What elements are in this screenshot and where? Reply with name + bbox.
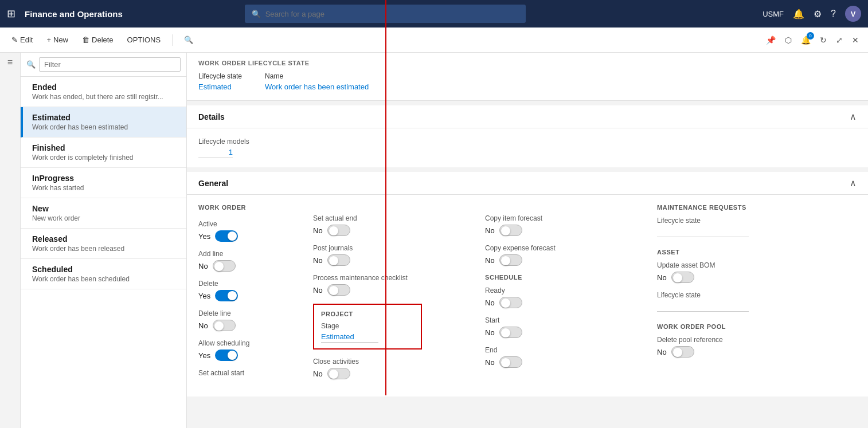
general-collapse-btn[interactable]: ∧ [850,178,857,189]
copy-item-toggle[interactable] [499,225,522,236]
maintenance-requests-section: MAINTENANCE REQUESTS Lifecycle state [657,204,843,237]
sidebar-item-desc-new: New work order [32,214,178,222]
lifecycle-state-label: Lifecycle state [198,72,242,80]
work-order-pool-header: WORK ORDER POOL [657,323,843,330]
refresh-icon[interactable]: ↻ [818,33,829,47]
active-field: Active Yes [198,220,299,242]
end-field: End No [485,346,643,368]
expand-icon[interactable]: ⤢ [834,33,845,47]
update-asset-bom-field: Update asset BOM No [657,261,843,283]
details-collapse-btn[interactable]: ∧ [850,111,857,122]
maintenance-requests-header: MAINTENANCE REQUESTS [657,204,843,211]
top-nav: ⊞ Finance and Operations 🔍 USMF 🔔 ⚙ ? V [0,0,868,28]
general-section: General ∧ WORK ORDER Active Yes [187,172,868,396]
ready-toggle[interactable] [499,297,522,308]
grid-icon[interactable]: ⊞ [7,7,15,20]
delete-pool-field: Delete pool reference No [657,336,843,358]
sidebar-item-desc-released: Work order has been released [32,245,178,253]
toolbar-right: 📌 ⬡ 🔔0 ↻ ⤢ ✕ [764,33,861,47]
set-actual-end-toggle[interactable] [327,225,350,236]
work-order-col: WORK ORDER Active Yes Add line No [198,204,313,387]
copy-expense-forecast-field: Copy expense forecast No [485,244,643,266]
app-title: Finance and Operations [25,9,123,19]
sidebar-item-desc-ended: Work has ended, but there are still regi… [32,93,178,101]
name-value: Work order has been estimated [265,83,369,91]
process-maintenance-value: No [313,286,323,295]
post-journals-toggle[interactable] [327,254,350,266]
add-line-value: No [198,262,208,270]
lifecycle-models-label: Lifecycle models [198,138,857,146]
add-line-field: Add line No [198,250,299,272]
add-line-toggle[interactable] [213,260,236,272]
plus-icon: + [46,36,51,44]
main-layout: ≡ 🔍 Ended Work has ended, but there are … [0,53,868,428]
start-toggle[interactable] [499,327,522,338]
sidebar-item-inprogress[interactable]: InProgress Work has started [21,168,186,198]
close-activities-field: Close activities No [313,358,471,379]
toolbar-separator [172,34,173,46]
right-col: MAINTENANCE REQUESTS Lifecycle state ASS… [657,204,857,387]
schedule-col: Copy item forecast No Copy expense forec… [485,204,657,387]
close-activities-toggle[interactable] [327,368,350,379]
delete-pool-toggle[interactable] [671,346,694,358]
asset-lifecycle-label: Lifecycle state [657,291,843,299]
stage-label: Stage [321,322,414,330]
filter-search-button[interactable]: 🔍 [179,33,198,46]
sidebar-item-title-released: Released [32,234,178,244]
end-toggle[interactable] [499,356,522,368]
options-button[interactable]: OPTIONS [123,33,166,46]
sidebar-filter-input[interactable] [39,57,181,72]
office-icon[interactable]: ⬡ [783,33,794,47]
set-actual-end-value: No [313,226,323,235]
middle-col: Set actual end No Post journals No [313,204,485,387]
asset-header: ASSET [657,249,843,256]
delete-line-toggle[interactable] [213,320,236,331]
edit-icon: ✎ [11,36,18,44]
filter-col: ≡ [0,53,21,428]
process-maintenance-field: Process maintenance checklist No [313,274,471,296]
update-asset-bom-toggle[interactable] [671,272,694,283]
pin-icon[interactable]: 📌 [764,33,778,47]
sidebar-item-desc-inprogress: Work has started [32,184,178,192]
maint-lifecycle-field: Lifecycle state [657,217,843,237]
notifications-badge[interactable]: 🔔0 [799,33,813,47]
content-area: WORK ORDER LIFECYCLE STATE Lifecycle sta… [187,53,868,428]
sidebar-item-scheduled[interactable]: Scheduled Work order has been scheduled [21,259,186,289]
active-toggle[interactable] [215,230,238,242]
settings-icon[interactable]: ⚙ [814,9,822,19]
notification-icon[interactable]: 🔔 [793,9,804,19]
sidebar-item-title-scheduled: Scheduled [32,265,178,274]
sidebar-item-new[interactable]: New New work order [21,198,186,229]
sidebar-item-released[interactable]: Released Work order has been released [21,229,186,259]
sidebar-item-finished[interactable]: Finished Work order is completely finish… [21,138,186,168]
delete-line-field: Delete line No [198,309,299,331]
allow-scheduling-toggle[interactable] [215,350,238,361]
sidebar-item-title-inprogress: InProgress [32,174,178,183]
sidebar-item-estimated[interactable]: Estimated Work order has been estimated [21,107,186,138]
avatar[interactable]: V [845,6,861,22]
copy-expense-toggle[interactable] [499,254,522,266]
search-input[interactable] [265,10,519,18]
help-icon[interactable]: ? [831,9,836,19]
process-maintenance-toggle[interactable] [327,284,350,296]
general-grid: WORK ORDER Active Yes Add line No [187,195,868,396]
post-journals-field: Post journals No [313,244,471,266]
search-bar[interactable]: 🔍 [245,5,526,23]
sidebar-item-title-new: New [32,204,178,213]
sidebar-item-desc-estimated: Work order has been estimated [32,123,178,131]
sidebar-item-title-ended: Ended [32,83,178,92]
general-title: General [198,179,228,188]
delete-toggle[interactable] [215,290,238,301]
org-label: USMF [763,10,784,18]
edit-button[interactable]: ✎ Edit [7,33,37,46]
set-actual-start-field: Set actual start [198,369,299,377]
start-field: Start No [485,316,643,338]
name-label: Name [265,72,369,80]
delete-button[interactable]: 🗑 Delete [77,33,118,46]
close-icon[interactable]: ✕ [850,33,861,47]
close-activities-value: No [313,370,323,378]
filter-icon[interactable]: ≡ [7,57,13,68]
sidebar-item-ended[interactable]: Ended Work has ended, but there are stil… [21,77,186,107]
stage-value[interactable]: Estimated [321,332,378,343]
new-button[interactable]: + New [42,33,73,46]
